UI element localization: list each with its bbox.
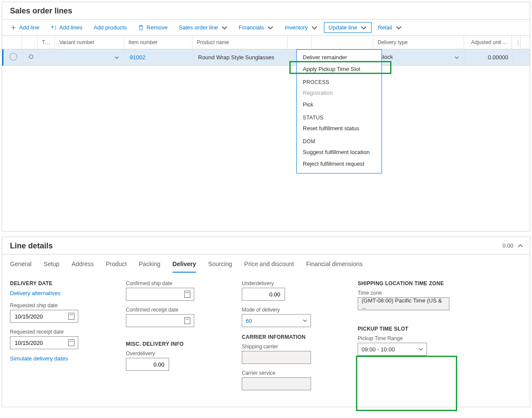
menu-suggest-fulfillment-location[interactable]: Suggest fulfillment location bbox=[297, 146, 381, 158]
requested-ship-date-input[interactable] bbox=[10, 310, 78, 323]
underdelivery-label: Underdelivery bbox=[242, 280, 337, 286]
tab-general[interactable]: General bbox=[10, 260, 32, 273]
mode-of-delivery-label: Mode of delivery bbox=[242, 307, 337, 313]
trash-icon bbox=[138, 25, 144, 31]
carrier-service-label: Carrier service bbox=[242, 370, 337, 376]
item-number-cell[interactable]: 91002 bbox=[125, 51, 194, 64]
calendar-icon[interactable] bbox=[184, 317, 191, 324]
tab-address[interactable]: Address bbox=[71, 260, 93, 273]
pickup-time-slot-section: PICKUP TIME SLOT bbox=[358, 326, 453, 332]
requested-ship-date-label: Requested ship date bbox=[10, 302, 105, 309]
chevron-down-icon bbox=[267, 25, 273, 31]
line-details-title: Line details bbox=[2, 237, 61, 254]
col-variant[interactable]: Variant number bbox=[55, 36, 124, 49]
delivery-date-section: DELIVERY DATE bbox=[10, 280, 105, 286]
pickup-time-range-label: Pickup Time Range bbox=[358, 335, 453, 341]
col-delivery-type[interactable]: Delivery type bbox=[373, 36, 464, 49]
sales-order-lines-toolbar: Add line Add lines Add products Remove S… bbox=[2, 19, 530, 36]
tab-packing[interactable]: Packing bbox=[139, 260, 160, 273]
carrier-information-section: CARRIER INFORMATION bbox=[242, 334, 337, 340]
carrier-service-input bbox=[242, 377, 311, 390]
inventory-dropdown[interactable]: Inventory bbox=[280, 22, 322, 33]
underdelivery-input[interactable] bbox=[242, 288, 285, 301]
col-type[interactable]: Ty... bbox=[38, 36, 55, 49]
confirmed-receipt-date-input[interactable] bbox=[126, 314, 194, 327]
table-row[interactable]: 91002 Round Wrap Style Sunglasses Stock … bbox=[2, 49, 530, 66]
add-line-button[interactable]: Add line bbox=[6, 22, 44, 33]
tab-setup[interactable]: Setup bbox=[44, 260, 60, 273]
simulate-delivery-dates-link[interactable]: Simulate delivery dates bbox=[10, 355, 105, 362]
add-products-button[interactable]: Add products bbox=[89, 22, 131, 33]
col-item[interactable]: Item number bbox=[124, 36, 192, 49]
delivery-alternatives-link[interactable]: Delivery alternatives bbox=[10, 290, 105, 296]
chevron-down-icon bbox=[361, 25, 367, 31]
col-adjusted[interactable]: Adjusted unit ... bbox=[464, 36, 512, 49]
line-details-tabs: General Setup Address Product Packing De… bbox=[2, 254, 530, 273]
menu-apply-pickup-time-slot[interactable]: Apply Pickup Time Slot bbox=[297, 63, 381, 75]
adjusted-unit-cell: 0.00000 bbox=[465, 51, 513, 64]
update-line-dropdown[interactable]: Update line bbox=[324, 22, 372, 33]
menu-reject-fulfillment-request[interactable]: Reject fulfillment request bbox=[297, 158, 381, 170]
menu-reset-fulfillment-status[interactable]: Reset fulfillment status bbox=[297, 122, 381, 134]
tab-financial-dimensions[interactable]: Financial dimensions bbox=[306, 260, 363, 273]
shipping-location-time-zone-section: SHIPPING LOCATION TIME ZONE bbox=[358, 280, 453, 286]
product-name-cell: Round Wrap Style Sunglasses bbox=[194, 51, 289, 64]
tab-price-discount[interactable]: Price and discount bbox=[244, 260, 294, 273]
financials-dropdown[interactable]: Financials bbox=[234, 22, 279, 33]
tab-product[interactable]: Product bbox=[106, 260, 127, 273]
remove-button[interactable]: Remove bbox=[133, 22, 172, 33]
confirmed-ship-date-label: Confirmed ship date bbox=[126, 280, 221, 286]
shipping-carrier-input bbox=[242, 351, 311, 364]
refresh-icon[interactable] bbox=[23, 50, 39, 64]
menu-section-dom: DOM bbox=[297, 134, 381, 146]
delivery-type-dropdown-icon[interactable] bbox=[453, 54, 461, 61]
time-zone-select: (GMT-08:00) Pacific Time (US & ... bbox=[358, 297, 449, 310]
chevron-down-icon bbox=[396, 25, 402, 31]
grid-header-row: Ty... Variant number Item number Product… bbox=[2, 36, 530, 49]
highlight-pickup-time-slot bbox=[356, 356, 457, 411]
chevron-down-icon bbox=[419, 347, 423, 351]
mode-of-delivery-select[interactable]: 60 bbox=[242, 314, 311, 327]
confirmed-receipt-date-label: Confirmed receipt date bbox=[126, 307, 221, 313]
requested-receipt-date-label: Requested receipt date bbox=[10, 329, 105, 335]
menu-section-process: PROCESS bbox=[297, 75, 381, 87]
requested-receipt-date-input[interactable] bbox=[10, 336, 78, 349]
misc-delivery-info-section: MISC. DELIVERY INFO bbox=[126, 341, 221, 347]
plus-icon bbox=[10, 25, 16, 31]
chevron-down-icon bbox=[311, 25, 317, 31]
line-details-amount: 0.00 bbox=[503, 242, 513, 249]
overdelivery-input[interactable] bbox=[126, 358, 169, 371]
plus-lines-icon bbox=[51, 25, 57, 31]
col-product[interactable]: Product name bbox=[192, 36, 288, 49]
calendar-icon[interactable] bbox=[68, 339, 75, 346]
time-zone-label: Time zone bbox=[358, 290, 453, 296]
update-line-menu: Deliver remainder Apply Pickup Time Slot… bbox=[296, 49, 382, 174]
chevron-down-icon bbox=[221, 25, 228, 31]
chevron-up-icon[interactable] bbox=[518, 243, 523, 248]
tab-delivery[interactable]: Delivery bbox=[173, 260, 196, 273]
sales-order-lines-title: Sales order lines bbox=[2, 2, 530, 19]
menu-deliver-remainder[interactable]: Deliver remainder bbox=[297, 51, 381, 63]
menu-pick[interactable]: Pick bbox=[297, 99, 381, 110]
tab-sourcing[interactable]: Sourcing bbox=[208, 260, 232, 273]
add-lines-button[interactable]: Add lines bbox=[46, 22, 87, 33]
confirmed-ship-date-input[interactable] bbox=[126, 288, 194, 301]
col-more-icon[interactable]: ⋯ bbox=[512, 36, 521, 49]
shipping-carrier-label: Shipping carrier bbox=[242, 344, 337, 350]
sales-order-line-dropdown[interactable]: Sales order line bbox=[174, 22, 232, 33]
calendar-icon[interactable] bbox=[68, 313, 75, 320]
overdelivery-label: Overdelivery bbox=[126, 350, 221, 357]
variant-dropdown-icon[interactable] bbox=[113, 54, 121, 61]
chevron-down-icon bbox=[303, 318, 307, 323]
retail-dropdown[interactable]: Retail bbox=[373, 22, 407, 33]
row-select-checkbox[interactable] bbox=[10, 53, 17, 61]
pickup-time-range-select[interactable]: 09:00 - 10:00 bbox=[358, 343, 427, 356]
calendar-icon[interactable] bbox=[184, 291, 191, 298]
menu-section-status: STATUS bbox=[297, 110, 381, 122]
menu-registration: Registration bbox=[297, 87, 381, 99]
